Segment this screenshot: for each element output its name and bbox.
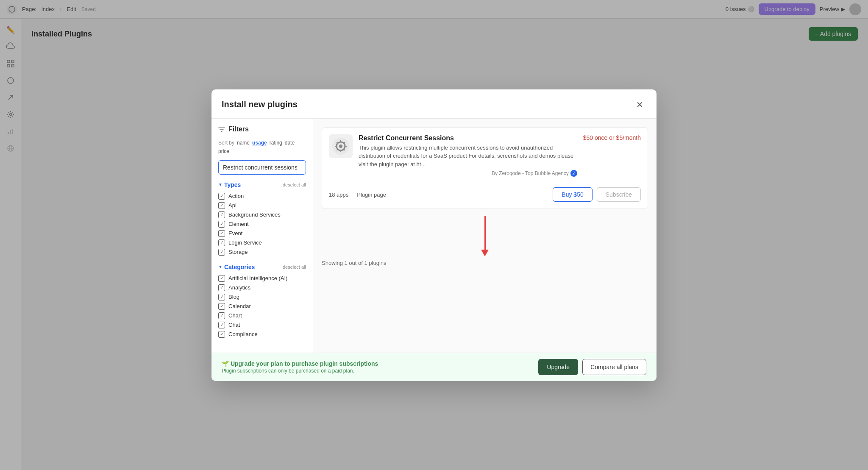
categories-header: ▼ Categories deselect all [218, 264, 306, 270]
types-header: ▼ Types deselect all [218, 181, 306, 188]
plugin-name: Restrict Concurrent Sessions [359, 134, 577, 142]
filter-type-element[interactable]: ✓ Element [218, 220, 306, 229]
checkbox-login-service[interactable]: ✓ [218, 239, 225, 246]
content-panel: Restrict Concurrent Sessions This plugin… [313, 119, 657, 353]
compare-plans-button[interactable]: Compare all plans [582, 359, 646, 375]
filter-cat-chart[interactable]: ✓ Chart [218, 311, 306, 320]
red-arrow-line [484, 216, 486, 250]
checkbox-action[interactable]: ✓ [218, 193, 225, 200]
upgrade-subtitle: Plugin subscriptions can only be purchas… [222, 368, 378, 374]
filter-cat-analytics[interactable]: ✓ Analytics [218, 283, 306, 292]
filter-type-login-service[interactable]: ✓ Login Service [218, 238, 306, 248]
filter-type-action[interactable]: ✓ Action [218, 192, 306, 201]
subscribe-button[interactable]: Subscribe [597, 187, 641, 202]
sort-price[interactable]: price [218, 148, 229, 154]
plugin-actions: Buy $50 Subscribe [553, 187, 641, 202]
sort-usage[interactable]: usage [252, 140, 267, 146]
upgrade-title: 🌱 Upgrade your plan to purchase plugin s… [222, 360, 378, 367]
sort-name[interactable]: name [237, 140, 250, 146]
checkbox-event[interactable]: ✓ [218, 230, 225, 237]
plugin-meta: 18 apps Plugin page [329, 192, 386, 198]
plugin-card-bottom: 18 apps Plugin page Buy $50 Subscribe [329, 182, 641, 202]
filters-title: Filters [218, 125, 306, 133]
filter-type-background-services[interactable]: ✓ Background Services [218, 210, 306, 220]
sort-row: Sort by name usage rating date price [218, 140, 306, 154]
upgrade-info: 🌱 Upgrade your plan to purchase plugin s… [222, 360, 378, 374]
modal-close-button[interactable]: ✕ [633, 98, 646, 111]
categories-deselect-all[interactable]: deselect all [283, 264, 306, 270]
types-deselect-all[interactable]: deselect all [283, 182, 306, 187]
filter-cat-compliance[interactable]: ✓ Compliance [218, 330, 306, 339]
plugin-apps-count: 18 apps [329, 192, 348, 198]
search-input[interactable] [218, 160, 306, 175]
plugin-price: $50 once or $5/month [583, 134, 641, 141]
modal-header: Install new plugins ✕ [211, 89, 657, 119]
modal-body: Filters Sort by name usage rating date p… [211, 119, 657, 353]
plugin-by: By Zeroqode - Top Bubble Agency Z [359, 170, 577, 177]
sort-date[interactable]: date [285, 140, 295, 146]
modal-title: Install new plugins [222, 100, 298, 109]
buy-button[interactable]: Buy $50 [553, 187, 592, 202]
modal-footer: 🌱 Upgrade your plan to purchase plugin s… [211, 353, 657, 381]
showing-count: Showing 1 out of 1 plugins [322, 260, 648, 266]
checkbox-background-services[interactable]: ✓ [218, 211, 225, 218]
filter-icon [218, 126, 225, 133]
filter-cat-ai[interactable]: ✓ Artificial Intelligence (AI) [218, 274, 306, 283]
types-title[interactable]: ▼ Types [218, 181, 241, 188]
filter-cat-blog[interactable]: ✓ Blog [218, 292, 306, 302]
plugin-info: Restrict Concurrent Sessions This plugin… [359, 134, 577, 177]
plugin-page-link[interactable]: Plugin page [357, 192, 386, 198]
verified-badge: Z [570, 170, 577, 177]
plugin-card: Restrict Concurrent Sessions This plugin… [322, 127, 648, 209]
checkbox-element[interactable]: ✓ [218, 221, 225, 228]
plugin-card-top: Restrict Concurrent Sessions This plugin… [329, 134, 641, 177]
install-plugins-modal: Install new plugins ✕ Filters Sort by na… [211, 89, 657, 381]
footer-actions: Upgrade Compare all plans [538, 359, 646, 375]
modal-overlay: Install new plugins ✕ Filters Sort by na… [0, 0, 868, 470]
upgrade-action-button[interactable]: Upgrade [538, 359, 578, 375]
categories-filter-section: ▼ Categories deselect all ✓ Artificial I… [218, 264, 306, 339]
categories-title[interactable]: ▼ Categories [218, 264, 255, 270]
plugin-description: This plugin allows restricting multiple … [359, 144, 577, 169]
plugin-icon [329, 134, 353, 158]
checkbox-storage[interactable]: ✓ [218, 249, 225, 256]
filters-panel: Filters Sort by name usage rating date p… [211, 119, 313, 353]
filter-type-storage[interactable]: ✓ Storage [218, 248, 306, 257]
filter-cat-chat[interactable]: ✓ Chat [218, 320, 306, 330]
filter-type-api[interactable]: ✓ Api [218, 201, 306, 210]
sort-rating[interactable]: rating [270, 140, 282, 146]
filter-cat-calendar[interactable]: ✓ Calendar [218, 302, 306, 311]
red-arrow-head [481, 250, 489, 256]
red-arrow-indicator [322, 216, 648, 256]
filter-type-event[interactable]: ✓ Event [218, 229, 306, 238]
svg-point-15 [339, 145, 342, 148]
types-filter-section: ▼ Types deselect all ✓ Action ✓ Api [218, 181, 306, 257]
checkbox-api[interactable]: ✓ [218, 202, 225, 209]
